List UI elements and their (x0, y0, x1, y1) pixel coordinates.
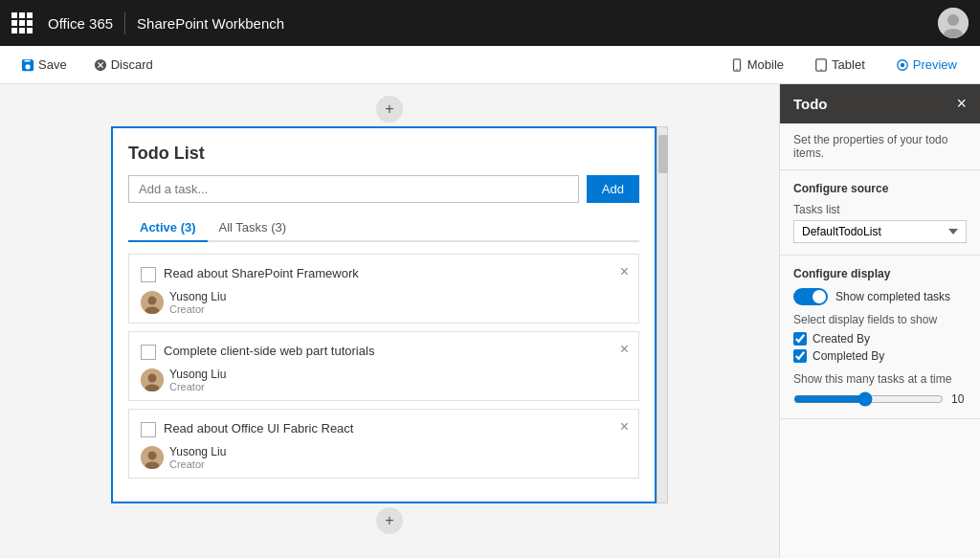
toolbar: Save Discard Mobile Tablet (0, 46, 980, 84)
creator-name: Yusong Liu (169, 368, 226, 381)
task-close-button[interactable]: × (620, 264, 629, 279)
task-item: Read about SharePoint Framework × Yusong… (128, 254, 639, 324)
creator-avatar (141, 368, 164, 391)
task-close-button[interactable]: × (620, 342, 629, 357)
workbench-title: SharePoint Workbench (137, 15, 284, 32)
creator-name: Yusong Liu (169, 290, 226, 303)
creator-info: Yusong Liu Creator (169, 445, 226, 470)
webpart-zone: Todo List Add Active (3) All Tasks (3) R… (111, 126, 657, 503)
svg-point-13 (148, 374, 157, 383)
slider-value: 10 (951, 392, 967, 406)
task-creator: Yusong Liu Creator (141, 368, 627, 392)
svg-point-4 (736, 68, 737, 69)
tabs: Active (3) All Tasks (3) (128, 214, 639, 242)
creator-avatar (141, 446, 164, 469)
task-item: Read about Office UI Fabric React × Yuso… (128, 409, 639, 479)
show-completed-label: Show completed tasks (835, 290, 950, 303)
toolbar-right: Mobile Tablet Preview (723, 54, 965, 76)
creator-info: Yusong Liu Creator (169, 290, 226, 315)
svg-point-1 (947, 14, 959, 26)
user-avatar[interactable] (938, 8, 969, 38)
task-checkbox[interactable] (141, 345, 156, 360)
tab-active[interactable]: Active (3) (128, 214, 208, 242)
tablet-label: Tablet (832, 57, 865, 72)
show-completed-row: Show completed tasks (793, 288, 967, 305)
mobile-button[interactable]: Mobile (723, 54, 791, 76)
task-label: Complete client-side web part tutorials (164, 344, 627, 358)
mobile-icon (730, 58, 744, 72)
discard-label: Discard (111, 57, 153, 72)
task-creator: Yusong Liu Creator (141, 290, 627, 315)
canvas: + Todo List A (0, 84, 779, 558)
task-creator: Yusong Liu Creator (141, 445, 627, 470)
app-name: Office 365 (48, 15, 113, 32)
main-area: + Todo List A (0, 84, 980, 558)
task-label: Read about SharePoint Framework (164, 266, 627, 280)
top-nav: Office 365 SharePoint Workbench (0, 0, 980, 46)
tab-all-tasks[interactable]: All Tasks (3) (208, 214, 299, 242)
tasks-count-slider[interactable] (793, 391, 944, 407)
add-task-button[interactable]: Add (587, 175, 639, 203)
properties-panel: Todo × Set the properties of your todo i… (779, 84, 980, 558)
panel-title: Todo (793, 96, 828, 112)
task-header: Read about Office UI Fabric React × (141, 421, 627, 437)
task-close-button[interactable]: × (620, 419, 629, 435)
panel-header: Todo × (780, 84, 980, 123)
task-checkbox[interactable] (141, 267, 156, 282)
configure-display-section: Configure display Show completed tasks S… (780, 256, 980, 419)
creator-avatar (141, 291, 164, 314)
task-label: Read about Office UI Fabric React (164, 421, 627, 435)
configure-source-title: Configure source (793, 182, 967, 195)
select-fields-label: Select display fields to show (793, 313, 967, 326)
nav-separator (124, 11, 125, 34)
svg-point-8 (901, 62, 904, 66)
created-by-label: Created By (813, 332, 870, 346)
task-header: Read about SharePoint Framework × (141, 266, 627, 282)
completed-by-row: Completed By (793, 349, 967, 363)
add-row-bottom-button[interactable]: + (376, 507, 403, 534)
scrollbar-thumb[interactable] (658, 135, 668, 173)
discard-icon (94, 58, 107, 72)
created-by-checkbox[interactable] (793, 332, 807, 346)
tasks-list-select[interactable]: DefaultTodoList (793, 220, 967, 243)
creator-info: Yusong Liu Creator (169, 368, 226, 392)
panel-description: Set the properties of your todo items. (780, 123, 980, 170)
scrollbar-track[interactable] (657, 126, 668, 503)
task-list: Read about SharePoint Framework × Yusong… (128, 254, 639, 486)
slider-row: 10 (793, 391, 967, 407)
preview-icon (896, 58, 909, 72)
tasks-list-label: Tasks list (793, 203, 967, 216)
creator-role: Creator (169, 381, 226, 392)
show-completed-toggle[interactable] (793, 288, 828, 305)
task-input[interactable] (128, 175, 579, 203)
created-by-row: Created By (793, 332, 967, 346)
grid-icon[interactable] (11, 12, 33, 33)
creator-role: Creator (169, 303, 226, 315)
task-checkbox[interactable] (141, 422, 156, 437)
creator-name: Yusong Liu (169, 445, 226, 458)
completed-by-checkbox[interactable] (793, 349, 807, 363)
save-icon (21, 58, 34, 72)
configure-display-title: Configure display (793, 267, 967, 280)
discard-button[interactable]: Discard (88, 54, 159, 76)
todo-title: Todo List (128, 144, 639, 164)
task-item: Complete client-side web part tutorials … (128, 331, 639, 401)
preview-button[interactable]: Preview (888, 54, 965, 76)
preview-label: Preview (913, 57, 957, 72)
completed-by-label: Completed By (813, 349, 884, 363)
task-header: Complete client-side web part tutorials … (141, 344, 627, 360)
configure-source-section: Configure source Tasks list DefaultTodoL… (780, 170, 980, 256)
creator-role: Creator (169, 458, 226, 470)
svg-point-16 (148, 452, 157, 460)
add-row-top-button[interactable]: + (376, 96, 403, 123)
panel-close-button[interactable]: × (956, 94, 967, 114)
save-label: Save (38, 57, 67, 72)
task-input-row: Add (128, 175, 639, 203)
mobile-label: Mobile (747, 57, 784, 72)
svg-point-6 (820, 68, 821, 69)
tablet-icon (814, 58, 828, 72)
save-button[interactable]: Save (15, 54, 73, 76)
show-many-label: Show this many tasks at a time (793, 372, 967, 386)
tablet-button[interactable]: Tablet (807, 54, 873, 76)
svg-point-10 (148, 297, 157, 305)
